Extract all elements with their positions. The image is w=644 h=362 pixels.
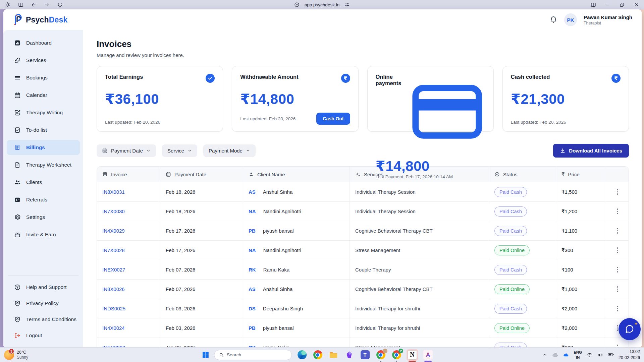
logout-icon bbox=[14, 332, 21, 339]
taskbar-app-notion[interactable]: N bbox=[407, 349, 418, 361]
chevron-down-icon bbox=[246, 148, 250, 153]
invoice-link[interactable]: INEX0027 bbox=[102, 267, 125, 273]
sidebar-item-therapy-worksheet[interactable]: Therapy Worksheet bbox=[7, 158, 80, 172]
onedrive-icon[interactable] bbox=[563, 352, 569, 358]
row-menu-icon[interactable] bbox=[611, 286, 623, 292]
invoices-table: InvoicePayment DateClient NameServicesSt… bbox=[97, 166, 629, 347]
status-badge: Paid Online bbox=[494, 323, 530, 333]
row-menu-icon[interactable] bbox=[611, 208, 623, 214]
sidebar-item-billings[interactable]: Billings bbox=[7, 140, 80, 155]
battery-icon[interactable] bbox=[608, 352, 614, 358]
column-header-client-name: Client Name bbox=[243, 167, 350, 182]
sidebar-item-calendar[interactable]: Calendar bbox=[7, 88, 80, 103]
volume-icon[interactable] bbox=[597, 352, 603, 358]
filter-payment-date[interactable]: Payment Date bbox=[97, 144, 156, 157]
search-placeholder: Search bbox=[227, 352, 241, 357]
weather-condition: Sunny bbox=[17, 355, 28, 360]
row-menu-icon[interactable] bbox=[611, 306, 623, 311]
sidebar-item-label: Dashboard bbox=[26, 40, 52, 46]
sidebar-item-referrals[interactable]: Referrals bbox=[7, 192, 80, 207]
browser-logo-icon[interactable] bbox=[5, 2, 10, 8]
service-name: Individual Therapy for shruthi bbox=[355, 306, 420, 311]
column-header-label: Payment Date bbox=[174, 172, 206, 177]
row-menu-icon[interactable] bbox=[611, 247, 623, 253]
chat-support-button[interactable]: ✦ bbox=[619, 318, 641, 340]
card-total-earnings: Total Earnings₹36,100Last updated: Feb 2… bbox=[97, 66, 223, 132]
sidebar-item-invite-earn[interactable]: Invite & Earn bbox=[7, 227, 80, 242]
user-avatar[interactable]: PK bbox=[564, 13, 577, 26]
url-text[interactable]: app.psychdesk.in bbox=[305, 2, 339, 7]
card-cash-collected: Cash collected₹₹21,300Last updated: Feb … bbox=[502, 66, 629, 132]
taskbar-app-edge[interactable] bbox=[296, 349, 308, 361]
page-subtitle: Manage and review your invoices here. bbox=[97, 52, 629, 58]
row-menu-icon[interactable] bbox=[611, 267, 623, 273]
language-indicator[interactable]: ENG IN bbox=[574, 350, 582, 360]
invoice-link[interactable]: IN8X0031 bbox=[102, 189, 125, 195]
status-badge: Paid Cash bbox=[494, 304, 527, 314]
minimize-icon[interactable] bbox=[605, 2, 610, 8]
site-settings-icon[interactable] bbox=[344, 2, 350, 8]
sidebar-toggle-icon[interactable] bbox=[18, 2, 23, 8]
split-screen-icon[interactable] bbox=[590, 2, 596, 8]
filter-label: Payment Date bbox=[111, 148, 143, 154]
user-info[interactable]: Pawan Kumar Singh Therapist bbox=[584, 14, 632, 25]
restore-icon[interactable] bbox=[619, 2, 625, 8]
price-value: ₹1,000 bbox=[561, 286, 577, 292]
invoice-link[interactable]: IN4X0029 bbox=[102, 228, 125, 234]
invoice-link[interactable]: INDS0025 bbox=[102, 306, 125, 311]
sidebar-item-privacy-policy[interactable]: Privacy Policy bbox=[7, 296, 80, 310]
taskbar-app-teams[interactable]: T bbox=[359, 349, 371, 361]
taskbar-app-ai-app[interactable]: A bbox=[422, 349, 434, 361]
sidebar-item-terms-and-conditions[interactable]: Terms and Conditions bbox=[7, 312, 80, 326]
referrals-icon bbox=[14, 196, 21, 203]
start-button[interactable] bbox=[201, 351, 210, 359]
filters-toolbar: Payment DateServicePayment Mode Download… bbox=[97, 144, 629, 158]
sidebar-item-label: Logout bbox=[26, 333, 42, 339]
forward-icon[interactable] bbox=[44, 2, 50, 8]
notifications-bell-icon[interactable] bbox=[549, 16, 557, 24]
weather-cloud-icon[interactable] bbox=[552, 352, 558, 358]
sidebar-item-label: To-do list bbox=[26, 127, 47, 133]
sidebar-item-bookings[interactable]: Bookings bbox=[7, 70, 80, 85]
card-meta: Last Payment: Feb 17, 2026 10:14 AM bbox=[376, 174, 453, 179]
taskbar-app-obsidian[interactable] bbox=[343, 349, 355, 361]
sidebar-item-logout[interactable]: Logout bbox=[7, 328, 80, 343]
row-menu-icon[interactable] bbox=[611, 228, 623, 234]
sidebar-item-help-and-support[interactable]: Help and Support bbox=[7, 280, 80, 294]
sidebar-item-therapy-writing[interactable]: Therapy Writing bbox=[7, 105, 80, 120]
tray-chevron-up-icon[interactable] bbox=[541, 352, 548, 358]
status-badge: Paid Cash bbox=[494, 206, 527, 217]
gears-icon bbox=[355, 172, 361, 177]
sidebar-item-to-do-list[interactable]: To-do list bbox=[7, 123, 80, 137]
filter-service[interactable]: Service bbox=[162, 144, 197, 157]
wifi-icon[interactable] bbox=[586, 352, 593, 358]
cash-out-button[interactable]: Cash Out bbox=[316, 113, 350, 125]
sidebar-item-services[interactable]: Services bbox=[7, 53, 80, 68]
weather-widget[interactable]: 3 26°C Sunny bbox=[4, 350, 28, 360]
invoice-link[interactable]: IN7X0028 bbox=[102, 247, 125, 253]
taskbar-app-file-explorer[interactable] bbox=[328, 349, 339, 361]
calendar-icon bbox=[14, 92, 21, 99]
row-menu-icon[interactable] bbox=[611, 189, 623, 195]
close-icon[interactable] bbox=[634, 2, 639, 8]
clock[interactable]: 13:02 20-02-2026 bbox=[619, 349, 640, 361]
invoice-link[interactable]: IN8X0026 bbox=[102, 286, 125, 292]
brand-logo[interactable]: PsychDesk bbox=[12, 14, 68, 25]
taskbar-app-chrome-profile-avatar[interactable] bbox=[375, 349, 386, 361]
row-menu-icon[interactable] bbox=[611, 345, 623, 347]
settings-icon bbox=[14, 214, 21, 221]
invoice-link[interactable]: INEX0023 bbox=[102, 345, 125, 347]
sidebar-item-dashboard[interactable]: Dashboard bbox=[7, 36, 80, 50]
back-icon[interactable] bbox=[31, 2, 37, 8]
refresh-icon[interactable] bbox=[57, 2, 63, 8]
sidebar-item-settings[interactable]: Settings bbox=[7, 210, 80, 225]
download-all-invoices-button[interactable]: Download All Invoices bbox=[553, 144, 629, 158]
taskbar-search-input[interactable]: Search bbox=[214, 350, 292, 360]
filter-payment-mode[interactable]: Payment Mode bbox=[203, 144, 256, 157]
invoice-link[interactable]: IN7X0030 bbox=[102, 208, 125, 214]
invoice-link[interactable]: IN4X0024 bbox=[102, 325, 125, 331]
sidebar-item-clients[interactable]: Clients bbox=[7, 175, 80, 190]
taskbar-app-chrome-profile-p[interactable]: P bbox=[391, 349, 402, 361]
sidebar-item-label: Settings bbox=[26, 214, 45, 220]
taskbar-app-chrome[interactable] bbox=[312, 349, 323, 361]
